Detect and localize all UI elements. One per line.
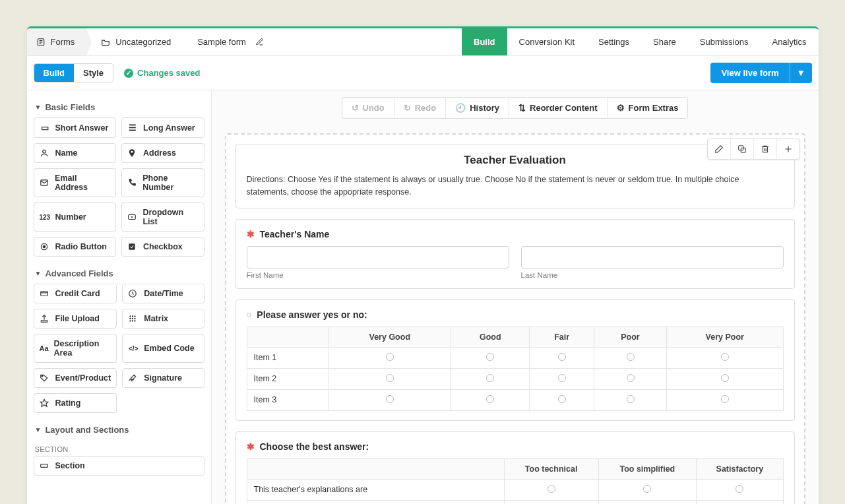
field-file-upload[interactable]: File Upload — [34, 309, 117, 329]
field-email[interactable]: Email Address — [34, 168, 117, 197]
radio-cell[interactable] — [486, 395, 494, 403]
field-matrix[interactable]: Matrix — [122, 309, 204, 329]
duplicate-block-button[interactable] — [731, 139, 754, 159]
tab-analytics[interactable]: Analytics — [760, 28, 818, 55]
delete-block-button[interactable] — [754, 139, 777, 159]
number-icon: 123 — [40, 214, 50, 221]
radio-cell[interactable] — [558, 353, 566, 361]
field-number[interactable]: 123Number — [34, 203, 117, 232]
redo-button[interactable]: ↻ Redo — [394, 98, 447, 118]
field-checkbox[interactable]: Checkbox — [121, 237, 204, 257]
section-advanced-fields[interactable]: ▼ Advanced Fields — [27, 262, 211, 284]
form-area: Teacher Evaluation Directions: Choose Ye… — [225, 133, 805, 504]
col-header: Poor — [594, 327, 667, 347]
forms-icon — [36, 38, 46, 47]
question-yes-no-matrix[interactable]: ○ Please answer yes or no: Very Good Goo… — [235, 299, 795, 421]
svg-point-18 — [132, 318, 133, 319]
redo-icon: ↻ — [404, 103, 411, 113]
field-embed-code[interactable]: </>Embed Code — [122, 334, 204, 363]
edit-block-button[interactable] — [708, 139, 731, 159]
radio-cell[interactable] — [627, 395, 635, 403]
view-live-button[interactable]: View live form — [710, 63, 789, 83]
subbar: Build Style ✓ Changes saved View live fo… — [27, 56, 819, 90]
history-button[interactable]: 🕘 History — [446, 98, 509, 118]
radio-cell[interactable] — [558, 395, 566, 403]
last-name-input[interactable] — [521, 246, 784, 268]
radio-cell[interactable] — [643, 485, 651, 493]
svg-point-22 — [135, 320, 136, 321]
view-live-dropdown[interactable]: ▼ — [790, 63, 812, 83]
add-block-button[interactable] — [777, 139, 799, 159]
first-name-input[interactable] — [247, 246, 509, 268]
dropdown-icon — [127, 212, 137, 222]
tab-settings[interactable]: Settings — [586, 28, 641, 55]
optional-icon: ○ — [247, 309, 252, 319]
undo-button[interactable]: ↺ Undo — [342, 98, 394, 118]
section-basic-fields[interactable]: ▼ Basic Fields — [27, 96, 211, 117]
long-answer-icon: ☰ — [127, 123, 138, 133]
field-name[interactable]: Name — [34, 143, 117, 163]
field-address[interactable]: Address — [121, 143, 204, 163]
radio-cell[interactable] — [558, 374, 566, 382]
layout-fields-grid: Section — [27, 456, 211, 481]
question-label: Please answer yes or no: — [257, 309, 367, 320]
radio-cell[interactable] — [627, 353, 635, 361]
content: ▼ Basic Fields ▭Short Answer ☰Long Answe… — [27, 90, 819, 504]
toggle-style[interactable]: Style — [74, 64, 113, 82]
block-actions — [707, 139, 800, 160]
radio-cell[interactable] — [627, 374, 635, 382]
crumb-folder[interactable]: Uncategorized — [86, 28, 183, 55]
radio-cell[interactable] — [548, 485, 555, 493]
table-row: Item 3 — [247, 389, 783, 410]
radio-cell[interactable] — [721, 353, 729, 361]
topbar: Forms Uncategorized Sample form Build Co… — [27, 28, 819, 56]
required-icon: ✱ — [247, 229, 255, 239]
crumb-folder-label: Uncategorized — [115, 37, 171, 47]
reorder-icon: ⇅ — [518, 103, 526, 113]
radio-cell[interactable] — [721, 395, 729, 403]
question-best-answer-matrix[interactable]: ✱ Choose the best answer: Too technical … — [235, 431, 795, 505]
section-layout[interactable]: ▼ Layout and Sections — [27, 418, 211, 440]
svg-rect-10 — [40, 292, 47, 296]
svg-rect-13 — [41, 321, 47, 322]
crumb-forms[interactable]: Forms — [27, 28, 87, 55]
radio-cell[interactable] — [486, 353, 494, 361]
field-rating[interactable]: Rating — [34, 393, 117, 413]
tab-conversion-kit[interactable]: Conversion Kit — [507, 28, 587, 55]
field-phone[interactable]: Phone Number — [121, 168, 204, 197]
field-long-answer[interactable]: ☰Long Answer — [121, 117, 204, 138]
field-short-answer[interactable]: ▭Short Answer — [34, 117, 117, 138]
reorder-button[interactable]: ⇅ Reorder Content — [509, 98, 608, 118]
radio-icon — [40, 242, 50, 251]
field-datetime[interactable]: Date/Time — [122, 284, 204, 303]
radio-cell[interactable] — [386, 374, 394, 382]
field-radio[interactable]: Radio Button — [34, 237, 117, 257]
crumb-form[interactable]: Sample form — [183, 28, 276, 55]
credit-card-icon — [40, 289, 50, 298]
build-style-toggle: Build Style — [34, 63, 114, 82]
tab-share[interactable]: Share — [641, 28, 688, 55]
question-teachers-name[interactable]: ✱ Teacher's Name First Name Last Name — [235, 219, 795, 289]
toggle-build[interactable]: Build — [34, 64, 75, 82]
rename-form-icon[interactable] — [255, 38, 264, 46]
radio-cell[interactable] — [386, 353, 394, 361]
field-description-area[interactable]: AaDescription Area — [34, 334, 117, 363]
person-icon — [40, 148, 50, 158]
radio-cell[interactable] — [735, 485, 743, 493]
form-extras-button[interactable]: ⚙ Form Extras — [608, 98, 688, 118]
tab-submissions[interactable]: Submissions — [688, 28, 761, 55]
tab-build[interactable]: Build — [462, 28, 507, 55]
top-tabs: Build Conversion Kit Settings Share Subm… — [462, 28, 818, 55]
field-dropdown[interactable]: Dropdown List — [121, 203, 204, 232]
radio-cell[interactable] — [386, 395, 394, 403]
svg-point-4 — [42, 150, 46, 153]
text-icon: Aa — [40, 344, 49, 352]
field-credit-card[interactable]: Credit Card — [34, 284, 117, 303]
radio-cell[interactable] — [721, 374, 729, 382]
upload-icon — [40, 314, 50, 323]
radio-cell[interactable] — [486, 374, 494, 382]
field-signature[interactable]: Signature — [122, 368, 204, 388]
field-event-product[interactable]: Event/Product — [34, 368, 117, 388]
field-section[interactable]: Section — [34, 456, 204, 476]
form-description: Directions: Choose Yes if the statement … — [247, 173, 784, 199]
